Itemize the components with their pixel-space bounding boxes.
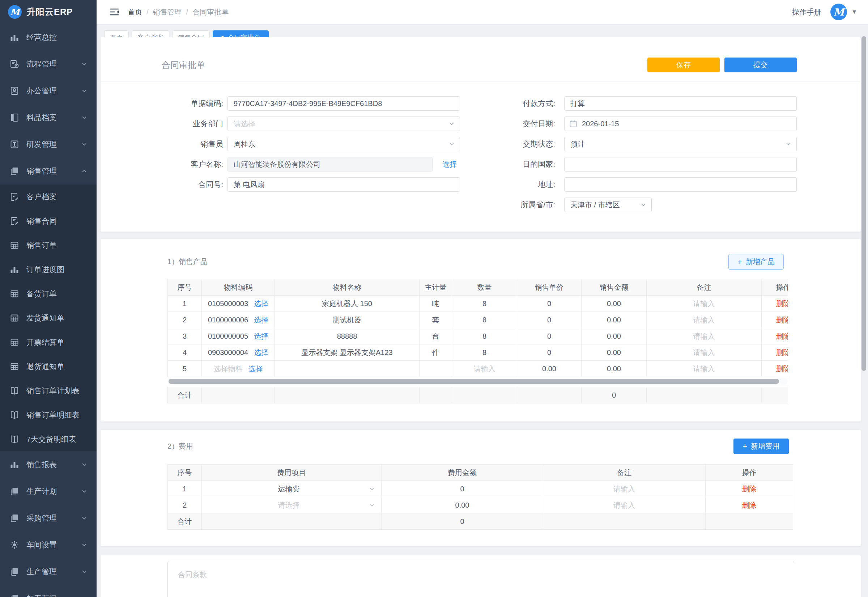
delete-fee-link[interactable]: 删除 bbox=[742, 501, 757, 509]
tab-首页[interactable]: 首页 bbox=[104, 30, 129, 37]
product-price-cell[interactable]: 0 bbox=[517, 296, 582, 312]
product-code: 0903000004 bbox=[208, 348, 248, 357]
fees-table: 序号费用项目费用金额备注操作1运输费0请输入删除2请选择0.00请输入删除合计0 bbox=[167, 464, 793, 530]
sidebar-item-销售报表[interactable]: 销售报表 bbox=[0, 451, 96, 478]
sidebar-item-销售管理[interactable]: 销售管理 bbox=[0, 158, 96, 184]
user-menu-caret-icon[interactable]: ▼ bbox=[851, 9, 857, 15]
save-button[interactable]: 保存 bbox=[647, 58, 720, 72]
submit-button[interactable]: 提交 bbox=[724, 58, 797, 72]
breadcrumb-home[interactable]: 首页 bbox=[128, 7, 142, 17]
sidebar-item-料品档案[interactable]: 料品档案 bbox=[0, 104, 96, 131]
sidebar-subitem-退货通知单[interactable]: 退货通知单 bbox=[0, 354, 96, 379]
vertical-scrollbar-thumb[interactable] bbox=[862, 36, 866, 371]
sidebar-item-label: 备货订单 bbox=[27, 289, 87, 299]
fee-no-cell: 1 bbox=[168, 481, 202, 497]
product-qty-cell[interactable]: 8 bbox=[452, 296, 517, 312]
salesperson-select[interactable]: 周桂东 bbox=[228, 137, 460, 151]
user-avatar[interactable]: M bbox=[830, 4, 847, 20]
sidebar-subitem-订单进度图[interactable]: 订单进度图 bbox=[0, 257, 96, 282]
contract-no-input[interactable] bbox=[228, 177, 460, 192]
province-select[interactable]: 天津市 / 市辖区 bbox=[564, 198, 652, 212]
payment-input[interactable] bbox=[564, 96, 797, 111]
sidebar-item-采购管理[interactable]: 采购管理 bbox=[0, 505, 96, 532]
delete-product-link[interactable]: 删除 bbox=[776, 348, 788, 356]
sidebar-item-label: 采购管理 bbox=[27, 513, 81, 523]
material-select-link[interactable]: 选择 bbox=[254, 331, 268, 341]
delivery-date-input[interactable] bbox=[564, 116, 797, 131]
sidebar-subitem-销售订单计划表[interactable]: 销售订单计划表 bbox=[0, 379, 96, 403]
delivery-status-select[interactable]: 预计 bbox=[564, 137, 797, 151]
sidebar-subitem-发货通知单[interactable]: 发货通知单 bbox=[0, 306, 96, 330]
sidebar-item-生产计划[interactable]: 生产计划 bbox=[0, 478, 96, 505]
fee-remark-cell[interactable]: 请输入 bbox=[543, 497, 706, 514]
fee-item-select[interactable]: 运输费 bbox=[202, 484, 381, 494]
sidebar-subitem-销售合同[interactable]: 销售合同 bbox=[0, 209, 96, 233]
product-remark-cell[interactable]: 请输入 bbox=[647, 312, 762, 328]
delete-product-link[interactable]: 删除 bbox=[776, 300, 788, 307]
product-qty-cell[interactable]: 8 bbox=[452, 345, 517, 361]
sidebar-subitem-7天交货明细表[interactable]: 7天交货明细表 bbox=[0, 427, 96, 451]
contract-terms-textarea[interactable] bbox=[167, 561, 794, 597]
add-fee-button[interactable]: + 新增费用 bbox=[733, 438, 789, 454]
sidebar-item-车间设置[interactable]: 车间设置 bbox=[0, 532, 96, 558]
delete-fee-link[interactable]: 删除 bbox=[742, 485, 757, 493]
sidebar-item-生产管理[interactable]: 生产管理 bbox=[0, 558, 96, 585]
tab-销售合同[interactable]: 销售合同 bbox=[172, 30, 210, 37]
delete-product-link[interactable]: 删除 bbox=[776, 332, 788, 340]
material-select-link[interactable]: 选择 bbox=[254, 348, 268, 358]
material-select-link[interactable]: 选择 bbox=[249, 364, 263, 374]
material-select-link[interactable]: 选择 bbox=[254, 315, 268, 325]
product-qty-cell[interactable]: 请输入 bbox=[452, 361, 517, 377]
sidebar-subitem-客户档案[interactable]: 客户档案 bbox=[0, 184, 96, 209]
product-price-cell[interactable]: 0 bbox=[517, 312, 582, 328]
bar-chart-icon bbox=[10, 265, 19, 274]
product-row-4: 40903000004选择显示器支架 显示器支架A123件800.00请输入删除 bbox=[168, 345, 788, 361]
horizontal-scrollbar-thumb[interactable] bbox=[169, 379, 779, 384]
sidebar-item-加工车间[interactable]: 加工车间 bbox=[0, 585, 96, 597]
product-qty-cell[interactable]: 8 bbox=[452, 328, 517, 345]
chevron-down-icon bbox=[81, 515, 87, 521]
product-price-cell[interactable]: 0.00 bbox=[517, 361, 582, 377]
column-header-销售单价: 销售单价 bbox=[517, 279, 582, 296]
product-qty-cell[interactable]: 8 bbox=[452, 312, 517, 328]
product-unit-cell: 件 bbox=[419, 345, 452, 361]
fee-amount-cell[interactable]: 0 bbox=[382, 481, 543, 497]
material-select-link[interactable]: 选择 bbox=[254, 299, 268, 309]
app-logo[interactable]: M 升阳云ERP bbox=[0, 0, 96, 24]
sidebar-subitem-开票结算单[interactable]: 开票结算单 bbox=[0, 330, 96, 354]
doc-code-input[interactable] bbox=[228, 96, 460, 111]
chevron-down-icon bbox=[81, 569, 87, 575]
sidebar-item-研发管理[interactable]: 研发管理 bbox=[0, 131, 96, 158]
products-summary-table: 合计0 bbox=[167, 387, 788, 404]
add-product-button[interactable]: + 新增产品 bbox=[729, 254, 784, 270]
address-input[interactable] bbox=[564, 177, 797, 192]
sidebar-item-流程管理[interactable]: 流程管理 bbox=[0, 50, 96, 77]
product-remark-cell[interactable]: 请输入 bbox=[647, 361, 762, 377]
product-remark-cell[interactable]: 请输入 bbox=[647, 296, 762, 312]
delete-product-link[interactable]: 删除 bbox=[776, 365, 788, 373]
department-select[interactable]: 请选择 bbox=[228, 116, 460, 131]
fee-item-select[interactable]: 请选择 bbox=[202, 500, 381, 510]
product-no-cell: 1 bbox=[168, 296, 202, 312]
fee-remark-cell[interactable]: 请输入 bbox=[543, 481, 706, 497]
sidebar-item-办公管理[interactable]: 办公管理 bbox=[0, 77, 96, 104]
product-remark-cell[interactable]: 请输入 bbox=[647, 328, 762, 345]
customer-select-link[interactable]: 选择 bbox=[442, 160, 457, 169]
dest-country-input[interactable] bbox=[564, 157, 797, 171]
sidebar-subitem-销售订单明细表[interactable]: 销售订单明细表 bbox=[0, 403, 96, 427]
delete-product-link[interactable]: 删除 bbox=[776, 316, 788, 324]
fee-amount-cell[interactable]: 0.00 bbox=[382, 497, 543, 514]
pages-icon bbox=[10, 567, 19, 576]
product-remark-cell[interactable]: 请输入 bbox=[647, 345, 762, 361]
horizontal-scrollbar-track[interactable] bbox=[167, 378, 788, 385]
sidebar-subitem-销售订单[interactable]: 销售订单 bbox=[0, 233, 96, 257]
tab-合同审批单[interactable]: 合同审批单 bbox=[213, 30, 269, 37]
product-price-cell[interactable]: 0 bbox=[517, 328, 582, 345]
breadcrumb-sales[interactable]: 销售管理 bbox=[153, 7, 182, 17]
tab-客户档案[interactable]: 客户档案 bbox=[132, 30, 169, 37]
sidebar-subitem-备货订单[interactable]: 备货订单 bbox=[0, 282, 96, 306]
manual-link[interactable]: 操作手册 bbox=[792, 7, 821, 17]
product-price-cell[interactable]: 0 bbox=[517, 345, 582, 361]
menu-fold-icon[interactable] bbox=[109, 6, 120, 17]
sidebar-item-经营总控[interactable]: 经营总控 bbox=[0, 24, 96, 50]
